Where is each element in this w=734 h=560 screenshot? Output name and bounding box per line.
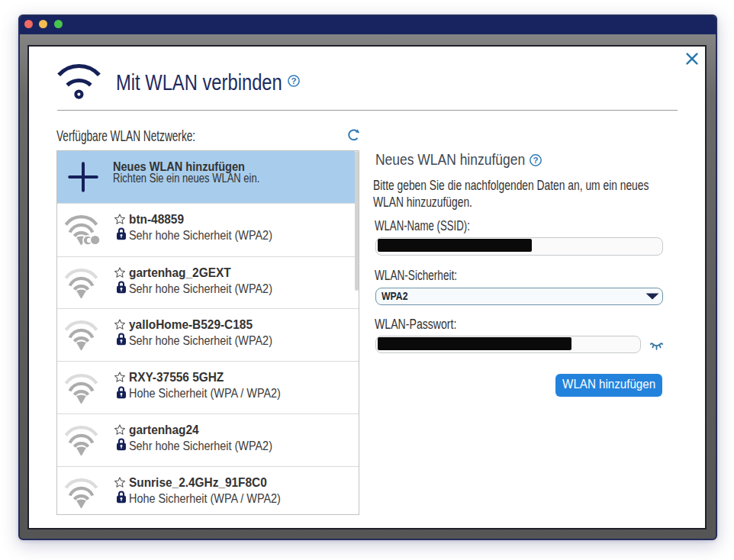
svg-text:?: ? — [533, 156, 538, 165]
svg-text:?: ? — [291, 76, 297, 85]
